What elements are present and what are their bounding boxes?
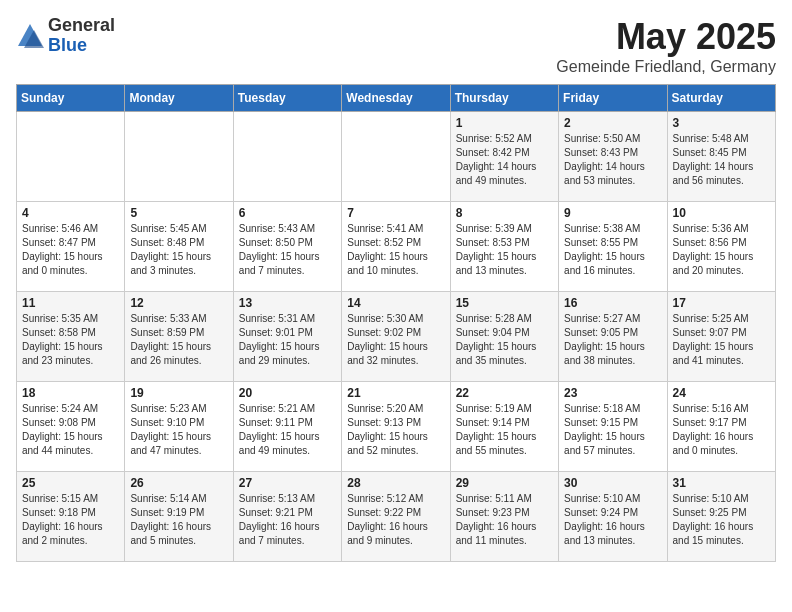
day-number: 2 bbox=[564, 116, 661, 130]
day-cell: 25Sunrise: 5:15 AM Sunset: 9:18 PM Dayli… bbox=[17, 472, 125, 562]
week-row-1: 1Sunrise: 5:52 AM Sunset: 8:42 PM Daylig… bbox=[17, 112, 776, 202]
day-detail: Sunrise: 5:48 AM Sunset: 8:45 PM Dayligh… bbox=[673, 132, 770, 188]
day-number: 29 bbox=[456, 476, 553, 490]
day-number: 19 bbox=[130, 386, 227, 400]
day-cell: 4Sunrise: 5:46 AM Sunset: 8:47 PM Daylig… bbox=[17, 202, 125, 292]
day-number: 6 bbox=[239, 206, 336, 220]
day-cell bbox=[125, 112, 233, 202]
day-cell: 28Sunrise: 5:12 AM Sunset: 9:22 PM Dayli… bbox=[342, 472, 450, 562]
logo-icon bbox=[16, 22, 44, 50]
day-detail: Sunrise: 5:15 AM Sunset: 9:18 PM Dayligh… bbox=[22, 492, 119, 548]
week-row-4: 18Sunrise: 5:24 AM Sunset: 9:08 PM Dayli… bbox=[17, 382, 776, 472]
logo: General Blue bbox=[16, 16, 115, 56]
day-detail: Sunrise: 5:38 AM Sunset: 8:55 PM Dayligh… bbox=[564, 222, 661, 278]
day-number: 17 bbox=[673, 296, 770, 310]
header-tuesday: Tuesday bbox=[233, 85, 341, 112]
day-cell: 27Sunrise: 5:13 AM Sunset: 9:21 PM Dayli… bbox=[233, 472, 341, 562]
day-detail: Sunrise: 5:10 AM Sunset: 9:25 PM Dayligh… bbox=[673, 492, 770, 548]
header-row: SundayMondayTuesdayWednesdayThursdayFrid… bbox=[17, 85, 776, 112]
day-cell: 15Sunrise: 5:28 AM Sunset: 9:04 PM Dayli… bbox=[450, 292, 558, 382]
header-monday: Monday bbox=[125, 85, 233, 112]
day-cell: 20Sunrise: 5:21 AM Sunset: 9:11 PM Dayli… bbox=[233, 382, 341, 472]
day-cell: 6Sunrise: 5:43 AM Sunset: 8:50 PM Daylig… bbox=[233, 202, 341, 292]
day-number: 21 bbox=[347, 386, 444, 400]
day-cell: 31Sunrise: 5:10 AM Sunset: 9:25 PM Dayli… bbox=[667, 472, 775, 562]
day-detail: Sunrise: 5:45 AM Sunset: 8:48 PM Dayligh… bbox=[130, 222, 227, 278]
day-detail: Sunrise: 5:46 AM Sunset: 8:47 PM Dayligh… bbox=[22, 222, 119, 278]
day-detail: Sunrise: 5:30 AM Sunset: 9:02 PM Dayligh… bbox=[347, 312, 444, 368]
day-cell: 30Sunrise: 5:10 AM Sunset: 9:24 PM Dayli… bbox=[559, 472, 667, 562]
day-cell: 10Sunrise: 5:36 AM Sunset: 8:56 PM Dayli… bbox=[667, 202, 775, 292]
day-detail: Sunrise: 5:16 AM Sunset: 9:17 PM Dayligh… bbox=[673, 402, 770, 458]
day-detail: Sunrise: 5:39 AM Sunset: 8:53 PM Dayligh… bbox=[456, 222, 553, 278]
week-row-5: 25Sunrise: 5:15 AM Sunset: 9:18 PM Dayli… bbox=[17, 472, 776, 562]
day-cell: 22Sunrise: 5:19 AM Sunset: 9:14 PM Dayli… bbox=[450, 382, 558, 472]
day-detail: Sunrise: 5:27 AM Sunset: 9:05 PM Dayligh… bbox=[564, 312, 661, 368]
logo-blue: Blue bbox=[48, 36, 115, 56]
day-cell: 23Sunrise: 5:18 AM Sunset: 9:15 PM Dayli… bbox=[559, 382, 667, 472]
day-cell: 1Sunrise: 5:52 AM Sunset: 8:42 PM Daylig… bbox=[450, 112, 558, 202]
day-cell: 18Sunrise: 5:24 AM Sunset: 9:08 PM Dayli… bbox=[17, 382, 125, 472]
day-detail: Sunrise: 5:25 AM Sunset: 9:07 PM Dayligh… bbox=[673, 312, 770, 368]
page-header: General Blue May 2025 Gemeinde Friedland… bbox=[16, 16, 776, 76]
day-detail: Sunrise: 5:28 AM Sunset: 9:04 PM Dayligh… bbox=[456, 312, 553, 368]
day-number: 11 bbox=[22, 296, 119, 310]
day-cell bbox=[342, 112, 450, 202]
day-number: 12 bbox=[130, 296, 227, 310]
header-sunday: Sunday bbox=[17, 85, 125, 112]
day-detail: Sunrise: 5:18 AM Sunset: 9:15 PM Dayligh… bbox=[564, 402, 661, 458]
day-cell: 17Sunrise: 5:25 AM Sunset: 9:07 PM Dayli… bbox=[667, 292, 775, 382]
day-detail: Sunrise: 5:20 AM Sunset: 9:13 PM Dayligh… bbox=[347, 402, 444, 458]
day-number: 20 bbox=[239, 386, 336, 400]
day-number: 14 bbox=[347, 296, 444, 310]
day-detail: Sunrise: 5:50 AM Sunset: 8:43 PM Dayligh… bbox=[564, 132, 661, 188]
week-row-2: 4Sunrise: 5:46 AM Sunset: 8:47 PM Daylig… bbox=[17, 202, 776, 292]
day-number: 5 bbox=[130, 206, 227, 220]
day-number: 31 bbox=[673, 476, 770, 490]
day-number: 23 bbox=[564, 386, 661, 400]
day-cell: 29Sunrise: 5:11 AM Sunset: 9:23 PM Dayli… bbox=[450, 472, 558, 562]
day-cell: 8Sunrise: 5:39 AM Sunset: 8:53 PM Daylig… bbox=[450, 202, 558, 292]
day-detail: Sunrise: 5:31 AM Sunset: 9:01 PM Dayligh… bbox=[239, 312, 336, 368]
month-title: May 2025 bbox=[556, 16, 776, 58]
logo-general: General bbox=[48, 16, 115, 36]
week-row-3: 11Sunrise: 5:35 AM Sunset: 8:58 PM Dayli… bbox=[17, 292, 776, 382]
day-number: 9 bbox=[564, 206, 661, 220]
day-cell: 13Sunrise: 5:31 AM Sunset: 9:01 PM Dayli… bbox=[233, 292, 341, 382]
day-cell bbox=[233, 112, 341, 202]
day-number: 26 bbox=[130, 476, 227, 490]
day-number: 22 bbox=[456, 386, 553, 400]
day-cell: 3Sunrise: 5:48 AM Sunset: 8:45 PM Daylig… bbox=[667, 112, 775, 202]
day-detail: Sunrise: 5:13 AM Sunset: 9:21 PM Dayligh… bbox=[239, 492, 336, 548]
day-detail: Sunrise: 5:12 AM Sunset: 9:22 PM Dayligh… bbox=[347, 492, 444, 548]
location: Gemeinde Friedland, Germany bbox=[556, 58, 776, 76]
day-cell: 19Sunrise: 5:23 AM Sunset: 9:10 PM Dayli… bbox=[125, 382, 233, 472]
header-saturday: Saturday bbox=[667, 85, 775, 112]
day-detail: Sunrise: 5:35 AM Sunset: 8:58 PM Dayligh… bbox=[22, 312, 119, 368]
header-thursday: Thursday bbox=[450, 85, 558, 112]
day-number: 25 bbox=[22, 476, 119, 490]
day-cell: 11Sunrise: 5:35 AM Sunset: 8:58 PM Dayli… bbox=[17, 292, 125, 382]
header-wednesday: Wednesday bbox=[342, 85, 450, 112]
day-cell: 24Sunrise: 5:16 AM Sunset: 9:17 PM Dayli… bbox=[667, 382, 775, 472]
day-detail: Sunrise: 5:33 AM Sunset: 8:59 PM Dayligh… bbox=[130, 312, 227, 368]
day-detail: Sunrise: 5:14 AM Sunset: 9:19 PM Dayligh… bbox=[130, 492, 227, 548]
day-number: 4 bbox=[22, 206, 119, 220]
day-cell: 9Sunrise: 5:38 AM Sunset: 8:55 PM Daylig… bbox=[559, 202, 667, 292]
day-number: 7 bbox=[347, 206, 444, 220]
day-cell bbox=[17, 112, 125, 202]
day-number: 3 bbox=[673, 116, 770, 130]
day-detail: Sunrise: 5:10 AM Sunset: 9:24 PM Dayligh… bbox=[564, 492, 661, 548]
day-cell: 16Sunrise: 5:27 AM Sunset: 9:05 PM Dayli… bbox=[559, 292, 667, 382]
day-number: 13 bbox=[239, 296, 336, 310]
day-cell: 26Sunrise: 5:14 AM Sunset: 9:19 PM Dayli… bbox=[125, 472, 233, 562]
day-number: 8 bbox=[456, 206, 553, 220]
day-cell: 2Sunrise: 5:50 AM Sunset: 8:43 PM Daylig… bbox=[559, 112, 667, 202]
day-number: 16 bbox=[564, 296, 661, 310]
day-number: 15 bbox=[456, 296, 553, 310]
header-friday: Friday bbox=[559, 85, 667, 112]
day-cell: 7Sunrise: 5:41 AM Sunset: 8:52 PM Daylig… bbox=[342, 202, 450, 292]
day-cell: 12Sunrise: 5:33 AM Sunset: 8:59 PM Dayli… bbox=[125, 292, 233, 382]
day-cell: 21Sunrise: 5:20 AM Sunset: 9:13 PM Dayli… bbox=[342, 382, 450, 472]
calendar-table: SundayMondayTuesdayWednesdayThursdayFrid… bbox=[16, 84, 776, 562]
